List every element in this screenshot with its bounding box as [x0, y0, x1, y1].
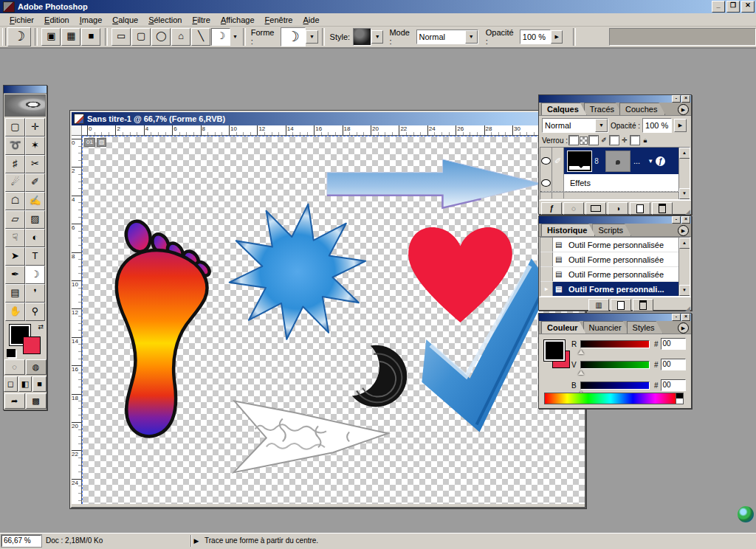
imageready-icon[interactable]: ▩	[26, 393, 47, 409]
swap-colors-icon[interactable]: ⇄	[38, 323, 44, 331]
hand-tool[interactable]: ✋	[5, 303, 25, 321]
desktop-globe-icon[interactable]	[738, 506, 754, 522]
notes-tool[interactable]: ▤	[5, 284, 25, 303]
background-color-swatch[interactable]	[23, 336, 41, 354]
quick-mask-mode-button[interactable]: ◍	[26, 359, 47, 375]
active-paint-well[interactable]: ✐	[552, 148, 564, 174]
forme-dropdown-arrow-icon[interactable]: ▼	[306, 30, 317, 44]
blend-mode-select[interactable]: Normal ▼	[416, 30, 478, 44]
spectrum-bw-cap[interactable]	[676, 393, 684, 404]
rectangular-marquee-tool[interactable]: ▢	[5, 118, 25, 137]
zoom-tool[interactable]: ⚲	[25, 303, 45, 321]
tab-traces[interactable]: Tracés	[584, 103, 622, 115]
slice-tool[interactable]: ✂	[25, 155, 45, 173]
effects-row[interactable]: Effets	[540, 174, 690, 192]
menu-se-lection[interactable]: Sélection	[143, 14, 187, 26]
delete-layer-button[interactable]	[652, 202, 673, 215]
adjustment-layer-button[interactable]: ◑	[608, 202, 628, 215]
menu-affichage[interactable]: Affichage	[216, 14, 260, 26]
red-slider-thumb[interactable]	[578, 347, 584, 354]
color-panel-title-strip[interactable]: - ×	[539, 314, 691, 321]
default-colors-icon[interactable]	[7, 349, 16, 357]
menu-calque[interactable]: Calque	[107, 14, 143, 26]
scroll-down-icon[interactable]: ▼	[679, 188, 690, 199]
green-value-input[interactable]: 00	[661, 359, 686, 370]
lock-paint-checkbox[interactable]	[589, 136, 598, 145]
add-layer-style-button[interactable]: ƒ	[541, 202, 562, 215]
layers-panel-title-strip[interactable]: - ×	[539, 95, 691, 103]
fill-pixels-button[interactable]: ■	[81, 28, 100, 46]
shape-layers-button[interactable]: ▣	[41, 28, 61, 46]
effects-expand-icon[interactable]: ▼	[647, 158, 653, 165]
menu-image[interactable]: Image	[75, 14, 108, 26]
smudge-tool[interactable]: ☟	[5, 229, 25, 247]
lasso-tool[interactable]: ➰	[5, 137, 25, 155]
red-value-input[interactable]: 00	[661, 338, 686, 350]
paint-bucket-tool[interactable]: ▨	[25, 210, 45, 229]
mode-dropdown-arrow-icon[interactable]: ▼	[465, 30, 478, 44]
opacity-spinner-icon[interactable]: ▶	[551, 30, 563, 44]
restore-button[interactable]: ❐	[726, 1, 740, 13]
close-button[interactable]: ✕	[741, 1, 755, 13]
polygon-tool-button[interactable]: ⌂	[171, 28, 190, 46]
custom-shape-tool-button[interactable]: ☽	[211, 28, 230, 46]
style-dropdown-arrow-icon[interactable]: ▼	[371, 30, 383, 44]
panel-close-button[interactable]: ×	[681, 314, 690, 321]
minimize-button[interactable]: _	[712, 1, 725, 13]
type-tool[interactable]: T	[25, 247, 45, 266]
blue-value-input[interactable]: 00	[661, 379, 686, 391]
eraser-tool[interactable]: ▱	[5, 210, 25, 229]
fullscreen-button[interactable]: ■	[32, 376, 47, 392]
foreground-color-swatch[interactable]	[544, 340, 565, 361]
panel-minimize-button[interactable]: -	[672, 314, 681, 321]
tab-nuancier[interactable]: Nuancier	[583, 321, 630, 334]
adobe-online-button[interactable]	[4, 94, 46, 117]
resize-grip-icon[interactable]: ◢	[685, 208, 690, 215]
snapshot-well[interactable]	[540, 252, 553, 266]
tab-scripts[interactable]: Scripts	[592, 224, 631, 236]
lock-all-checkbox[interactable]	[630, 136, 639, 145]
panel-minimize-button[interactable]: -	[672, 95, 681, 103]
forme-picker[interactable]: ☽	[281, 27, 306, 46]
panel-menu-icon[interactable]: ▶	[678, 104, 689, 115]
menu-fichier[interactable]: Fichier	[4, 14, 39, 26]
history-panel-title-strip[interactable]: - ×	[539, 216, 691, 224]
layer-opacity-spinner-icon[interactable]: ▶	[674, 119, 687, 132]
layer-fx-icon[interactable]: ƒ	[656, 156, 665, 166]
clone-stamp-tool[interactable]: ☖	[5, 192, 25, 210]
custom-shape-tool[interactable]: ☽	[25, 266, 45, 284]
resize-grip-icon[interactable]: ◢	[685, 305, 690, 312]
airbrush-tool[interactable]: ☄	[5, 173, 25, 192]
menu-aide[interactable]: Aide	[298, 14, 324, 26]
options-bar-grip[interactable]	[2, 28, 6, 46]
layer-blend-mode-select[interactable]: Normal ▼	[542, 118, 608, 133]
tab-calques[interactable]: Calques	[541, 103, 587, 115]
paintbrush-tool[interactable]: ✐	[25, 173, 45, 192]
move-tool[interactable]: ✛	[25, 118, 45, 137]
jump-to-imageready-button[interactable]: ➦	[4, 393, 25, 409]
scroll-up-icon[interactable]: ▲	[679, 238, 690, 249]
standard-screen-button[interactable]: ◻	[4, 376, 18, 392]
layers-scrollbar[interactable]: ▲ ▼	[678, 148, 690, 199]
tab-historique[interactable]: Historique	[541, 224, 595, 236]
toolbox-title-strip[interactable]	[4, 86, 47, 94]
scroll-down-icon[interactable]: ▼	[679, 285, 690, 296]
new-snapshot-button[interactable]: ▥	[588, 299, 609, 311]
new-set-button[interactable]	[585, 202, 606, 215]
panel-menu-icon[interactable]: ▶	[678, 225, 689, 236]
snapshot-well[interactable]	[540, 267, 553, 281]
tab-couches[interactable]: Couches	[619, 103, 665, 115]
layer-opacity-input[interactable]: 100 %	[642, 118, 672, 133]
dodge-tool[interactable]: ◐	[25, 229, 45, 247]
red-slider[interactable]	[580, 340, 650, 348]
new-layer-button[interactable]	[630, 202, 650, 215]
status-menu-arrow-icon[interactable]: ▶	[191, 535, 202, 547]
rounded-rectangle-tool-button[interactable]: ▢	[131, 28, 151, 46]
add-mask-button[interactable]: ◌	[563, 202, 584, 215]
green-slider-thumb[interactable]	[578, 367, 584, 375]
layer-row-forme6[interactable]: ✐ 8 ... ▼ ƒ	[540, 148, 690, 174]
path-selection-tool[interactable]: ➤	[5, 247, 25, 266]
style-picker[interactable]	[353, 28, 371, 46]
snapshot-well[interactable]: ▸	[540, 282, 553, 296]
tab-styles[interactable]: Styles	[627, 321, 663, 334]
